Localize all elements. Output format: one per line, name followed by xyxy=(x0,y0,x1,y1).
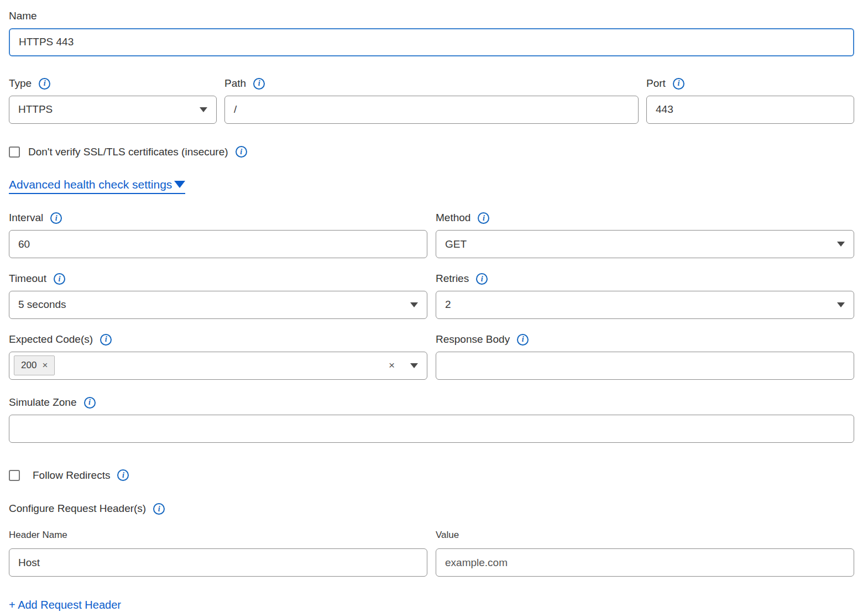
simulate-zone-input[interactable] xyxy=(9,415,854,443)
request-header-row: Header Name Host Value example.com xyxy=(9,530,854,577)
info-icon[interactable]: i xyxy=(50,212,62,224)
type-label: Type i xyxy=(9,77,50,90)
ssl-verify-checkbox[interactable] xyxy=(9,147,20,158)
chevron-down-icon[interactable] xyxy=(410,363,418,368)
header-name-field-group: Header Name Host xyxy=(9,530,427,577)
type-select-value: HTTPS xyxy=(18,103,53,116)
path-input[interactable]: / xyxy=(224,96,639,124)
chevron-down-icon xyxy=(837,242,845,247)
name-label: Name xyxy=(9,10,37,23)
interval-field-group: Interval i 60 xyxy=(9,212,427,258)
path-field-group: Path i / xyxy=(224,77,639,124)
retries-field-group: Retries i 2 xyxy=(436,273,854,319)
interval-input[interactable]: 60 xyxy=(9,230,427,258)
response-body-input[interactable] xyxy=(436,352,854,380)
response-body-field-group: Response Body i xyxy=(436,333,854,380)
header-value-input-value: example.com xyxy=(445,557,508,569)
info-icon[interactable]: i xyxy=(478,212,489,224)
port-input-value: 443 xyxy=(656,103,673,116)
timeout-field-group: Timeout i 5 seconds xyxy=(9,273,427,319)
retries-select-value: 2 xyxy=(445,299,451,311)
info-icon[interactable]: i xyxy=(117,469,129,481)
add-request-header-link[interactable]: + Add Request Header xyxy=(9,599,121,612)
request-headers-section-label: Configure Request Header(s) i xyxy=(9,503,165,515)
expected-code-tag-value: 200 xyxy=(21,360,36,371)
expected-code-tag: 200 × xyxy=(14,355,55,375)
port-field-group: Port i 443 xyxy=(646,77,854,124)
interval-input-value: 60 xyxy=(18,238,30,250)
header-name-column-label: Header Name xyxy=(9,530,427,541)
header-value-input[interactable]: example.com xyxy=(436,548,854,577)
follow-redirects-label: Follow Redirects i xyxy=(33,469,129,482)
method-select-value: GET xyxy=(445,238,467,250)
follow-redirects-checkbox[interactable] xyxy=(9,470,20,481)
info-icon[interactable]: i xyxy=(673,78,684,90)
method-select[interactable]: GET xyxy=(436,230,854,258)
interval-label: Interval i xyxy=(9,212,62,224)
method-label: Method i xyxy=(436,212,489,224)
timeout-select-value: 5 seconds xyxy=(18,299,66,311)
info-icon[interactable]: i xyxy=(253,78,265,90)
simulate-zone-label: Simulate Zone i xyxy=(9,396,96,409)
advanced-settings-link[interactable]: Advanced health check settings xyxy=(9,178,185,194)
chevron-down-icon xyxy=(200,107,207,112)
remove-tag-icon[interactable]: × xyxy=(42,360,48,371)
path-input-value: / xyxy=(234,103,237,116)
name-input[interactable]: HTTPS 443 xyxy=(9,28,854,56)
health-check-form: Name HTTPS 443 Type i HTTPS Path i xyxy=(9,10,854,612)
chevron-down-icon xyxy=(410,302,418,307)
path-label: Path i xyxy=(224,77,265,90)
clear-all-icon[interactable]: × xyxy=(389,359,395,372)
header-value-field-group: Value example.com xyxy=(436,530,854,577)
info-icon[interactable]: i xyxy=(153,503,165,515)
info-icon[interactable]: i xyxy=(39,78,50,90)
info-icon[interactable]: i xyxy=(517,334,529,346)
method-field-group: Method i GET xyxy=(436,212,854,258)
port-label: Port i xyxy=(646,77,684,90)
port-input[interactable]: 443 xyxy=(646,96,854,124)
expected-codes-label: Expected Code(s) i xyxy=(9,333,112,346)
info-icon[interactable]: i xyxy=(54,273,65,285)
chevron-down-icon xyxy=(837,302,845,307)
info-icon[interactable]: i xyxy=(476,273,488,285)
info-icon[interactable]: i xyxy=(236,146,247,158)
timeout-label: Timeout i xyxy=(9,273,65,285)
info-icon[interactable]: i xyxy=(100,334,112,346)
expected-codes-multiselect[interactable]: 200 × × xyxy=(9,352,427,380)
header-value-column-label: Value xyxy=(436,530,854,541)
chevron-down-icon xyxy=(174,181,185,188)
info-icon[interactable]: i xyxy=(84,397,96,409)
expected-codes-field-group: Expected Code(s) i 200 × × xyxy=(9,333,427,380)
header-name-input-value: Host xyxy=(18,557,40,569)
ssl-verify-label: Don't verify SSL/TLS certificates (insec… xyxy=(28,146,247,159)
name-input-value: HTTPS 443 xyxy=(19,36,74,48)
timeout-select[interactable]: 5 seconds xyxy=(9,291,427,319)
header-name-input[interactable]: Host xyxy=(9,548,427,577)
response-body-label: Response Body i xyxy=(436,333,529,346)
type-field-group: Type i HTTPS xyxy=(9,77,217,124)
retries-select[interactable]: 2 xyxy=(436,291,854,319)
retries-label: Retries i xyxy=(436,273,488,285)
type-select[interactable]: HTTPS xyxy=(9,96,217,124)
